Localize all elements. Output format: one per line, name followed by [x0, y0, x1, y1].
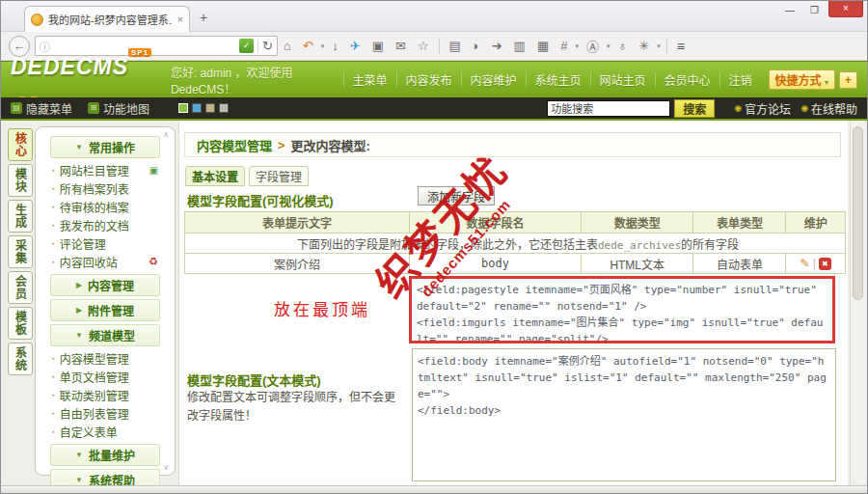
breadcrumb-parent-link[interactable]: 内容模型管理	[197, 136, 272, 154]
search-button[interactable]: 搜索	[674, 99, 715, 118]
hamburger-menu-icon[interactable]: ≡	[677, 39, 685, 54]
module-tab-core[interactable]: 核心	[8, 128, 33, 161]
scrollbar-thumb[interactable]	[853, 126, 863, 300]
nav-content-maintain[interactable]: 内容维护	[461, 71, 526, 88]
send-icon[interactable]: ➔	[492, 39, 502, 53]
theme-swatch-tan[interactable]	[205, 103, 215, 113]
sidebar-item-all-archives[interactable]: ▪ 所有档案列表	[41, 179, 170, 198]
bird-extension-icon[interactable]: ✈	[350, 39, 361, 53]
sidebar-scroll-up-icon[interactable]: ∧	[163, 130, 169, 139]
page-info-icon[interactable]: ⓘ	[40, 39, 50, 54]
field-config-textarea[interactable]: <field:body itemname="案例介绍" autofield="1…	[412, 348, 836, 481]
crop-caret-icon[interactable]: ▾	[575, 42, 579, 50]
globe-extension-icon[interactable]: ♁	[617, 39, 627, 53]
mail-icon[interactable]: ✉	[395, 39, 406, 53]
nav-member-center[interactable]: 会员中心	[655, 71, 719, 88]
section-batch-maintain[interactable]: ▼ 批量维护	[50, 444, 160, 466]
function-search-input[interactable]	[547, 100, 670, 117]
minimize-button[interactable]: —	[779, 1, 800, 19]
browser-tab[interactable]: 我的网站-织梦内容管理系... ×	[24, 6, 190, 32]
divider: |	[813, 257, 816, 270]
add-field-button[interactable]: 添加新字段	[418, 186, 495, 206]
screenshot-icon[interactable]: ▣	[372, 39, 384, 53]
module-tab-collect[interactable]: 采集	[8, 235, 33, 268]
module-tab-system[interactable]: 系统	[8, 343, 33, 375]
delete-field-icon[interactable]: ✖	[819, 258, 831, 270]
sidebar-scroll-down-icon[interactable]: ∨	[163, 463, 169, 472]
home-icon[interactable]: ⌂	[284, 39, 291, 53]
nav-system-home[interactable]: 系统主页	[526, 71, 590, 88]
theme-swatch-green[interactable]	[178, 103, 188, 113]
highlighted-field-config-box[interactable]: <field:pagestyle itemname="页面风格" type="n…	[409, 276, 835, 343]
col-field-name: 数据字段名	[409, 212, 581, 233]
sidebar-item-custom-form[interactable]: ▪ 自定义表单	[41, 423, 170, 441]
edit-field-icon[interactable]: ✎	[800, 257, 810, 270]
body-field-code: <field:body itemname="案例介绍" autofield="1…	[418, 353, 830, 419]
nav-main-menu[interactable]: 主菜单	[343, 71, 396, 88]
crop-icon[interactable]: #	[560, 39, 567, 53]
rss-icon[interactable]: ◗	[473, 39, 480, 53]
adblock-icon[interactable]: Ⓐ	[586, 37, 599, 55]
module-tab-generate[interactable]: 生成	[8, 200, 33, 233]
divider	[666, 39, 667, 54]
col-form-type: 表单类型	[693, 212, 786, 233]
section-attachment-manage[interactable]: ▶ 附件管理	[50, 299, 160, 321]
tab-field-manage[interactable]: 字段管理	[249, 166, 309, 186]
sidebar-item-site-columns[interactable]: ▪ 网站栏目管理 ▣	[41, 161, 170, 179]
folder-icon[interactable]: ▦	[537, 39, 549, 53]
clipboard-icon[interactable]: ▤	[449, 39, 461, 53]
nav-logout[interactable]: 注销	[719, 71, 761, 88]
sidebar-item-comment-manage[interactable]: ▪ 评论管理	[41, 234, 170, 253]
spark-extension-icon[interactable]: ✳	[638, 39, 649, 53]
sidebar-item-my-documents[interactable]: ▪ 我发布的文档	[41, 216, 170, 234]
adblock-caret-icon[interactable]: ▾	[607, 42, 610, 50]
tab-basic-settings[interactable]: 基本设置	[185, 166, 245, 186]
section-content-manage[interactable]: ▶ 内容管理	[50, 274, 160, 296]
official-forum-link[interactable]: ◉ 官方论坛	[734, 100, 791, 117]
window-panel-icon[interactable]: ▥	[514, 39, 526, 53]
undo-icon[interactable]: ↶	[303, 39, 313, 53]
tab-close-icon[interactable]: ×	[177, 14, 183, 25]
sidebar-item-free-list-manage[interactable]: ▪ 自由列表管理	[41, 404, 170, 423]
greeting-text: 您好: admin ，欢迎使用 DedeCMS！	[171, 64, 330, 96]
theme-swatch-blue[interactable]	[192, 103, 202, 113]
sidebar-item-recycle-bin[interactable]: ▪ 内容回收站 ♻	[41, 253, 170, 271]
nav-site-home[interactable]: 网站主页	[590, 71, 655, 88]
module-tab-modules[interactable]: 模块	[8, 164, 33, 197]
security-shield-icon[interactable]: ✓	[239, 39, 254, 53]
extension-caret-icon[interactable]: ▾	[657, 42, 661, 50]
hide-menu-button[interactable]: ▤ 隐藏菜单	[11, 100, 72, 117]
columns-shortcut-icon[interactable]: ▣	[149, 165, 158, 176]
module-tab-member[interactable]: 会员	[8, 271, 33, 304]
section-common-operations[interactable]: ▼ 常用操作	[50, 136, 160, 158]
function-map-button[interactable]: ⊞ 功能地图	[88, 100, 149, 117]
maximize-button[interactable]: ❐	[804, 1, 825, 19]
sidebar-item-content-model-manage[interactable]: ▪ 内容模型管理	[41, 349, 170, 368]
sidebar-item-single-page-manage[interactable]: ▪ 单页文档管理	[41, 368, 170, 386]
breadcrumb-separator: >	[278, 138, 285, 152]
hide-menu-icon: ▤	[11, 102, 22, 114]
online-help-link[interactable]: ◉ 在线帮助	[800, 100, 857, 117]
undo-caret-icon[interactable]: ▾	[321, 42, 325, 50]
close-button[interactable]: ×	[828, 1, 863, 17]
shortcut-add-button[interactable]: +	[839, 71, 857, 89]
theme-swatch-gray[interactable]	[219, 103, 229, 113]
module-tab-template[interactable]: 模板	[8, 307, 33, 340]
cell-form-type: 自动表单	[693, 254, 786, 274]
bullet-icon: ▪	[52, 166, 55, 175]
page-scrollbar[interactable]	[850, 121, 865, 487]
download-icon[interactable]: ↓	[332, 39, 339, 53]
new-tab-button[interactable]: +	[200, 11, 207, 24]
shortcut-button[interactable]: 快捷方式 ▾	[769, 69, 835, 90]
bookmark-star-icon[interactable]: ☆	[418, 39, 429, 53]
section-arrow-icon: ▼	[75, 143, 83, 151]
reload-icon[interactable]: ↻	[262, 39, 273, 53]
link-dot-icon: ◉	[734, 103, 742, 113]
sidebar-item-linked-category-manage[interactable]: ▪ 联动类别管理	[41, 386, 170, 404]
sidebar-item-pending-archives[interactable]: ▪ 待审核的档案	[41, 198, 170, 216]
table-header-row: 表单提示文字 数据字段名 数据类型 表单类型 维护	[185, 212, 846, 233]
section-arrow-icon: ▼	[75, 331, 83, 340]
nav-content-publish[interactable]: 内容发布	[396, 71, 461, 88]
theme-swatches	[178, 103, 229, 113]
section-channel-model[interactable]: ▼ 频道模型	[50, 324, 160, 346]
